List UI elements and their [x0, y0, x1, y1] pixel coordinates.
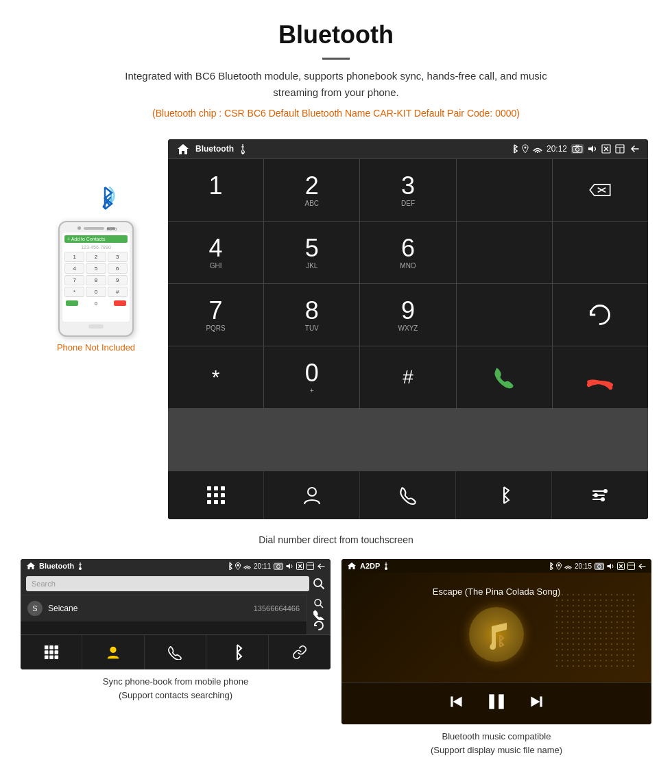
ms-back-icon — [638, 562, 646, 570]
svg-marker-80 — [531, 696, 540, 706]
pb-status-right: 20:11 — [227, 562, 325, 570]
dial-key-star[interactable]: * — [168, 346, 263, 408]
dial-key-7[interactable]: 7 PQRS — [168, 284, 263, 346]
pb-contact-area: S Seicane 13566664466 — [21, 595, 331, 634]
dial-key-1[interactable]: 1 x — [168, 159, 263, 221]
ms-next-btn[interactable] — [527, 693, 545, 715]
dial-nav-contacts[interactable] — [264, 471, 360, 519]
back-icon[interactable] — [629, 144, 640, 154]
pb-nav-bt[interactable] — [206, 635, 268, 669]
phone-key-5[interactable]: 5 — [86, 263, 106, 274]
dial-key-0[interactable]: 0 + — [264, 346, 359, 408]
svg-rect-19 — [214, 486, 218, 490]
phone-key-star[interactable]: * — [64, 287, 84, 297]
dial-key-5[interactable]: 5 JKL — [264, 222, 359, 283]
ms-caption: Bluetooth music compatible (Support disp… — [431, 730, 562, 757]
dial-nav-keypad[interactable] — [168, 471, 264, 519]
home-icon[interactable] — [176, 143, 190, 155]
ms-album-area — [469, 607, 524, 669]
svg-rect-18 — [207, 486, 211, 490]
dial-key-9[interactable]: 9 WXYZ — [360, 284, 455, 346]
phone-key-9[interactable]: 9 — [108, 275, 128, 285]
pb-app-name: Bluetooth — [39, 562, 74, 570]
dial-key-3[interactable]: 3 DEF — [360, 159, 455, 221]
phone-key-2[interactable]: 2 — [86, 252, 106, 262]
dial-screen: Bluetooth — [168, 139, 648, 519]
dial-hangup-btn[interactable] — [553, 346, 648, 408]
svg-rect-53 — [49, 650, 53, 654]
svg-point-5 — [524, 147, 526, 149]
svg-rect-23 — [221, 493, 225, 497]
dial-key-6[interactable]: 6 MNO — [360, 222, 455, 283]
pb-nav-contacts[interactable] — [82, 635, 144, 669]
dial-key-8[interactable]: 8 TUV — [264, 284, 359, 346]
svg-rect-57 — [54, 656, 58, 660]
ms-playpause-btn[interactable] — [486, 691, 507, 716]
svg-rect-20 — [221, 486, 225, 490]
pb-nav-link[interactable] — [269, 635, 331, 669]
phone-speaker — [84, 227, 104, 230]
phone-key-3[interactable]: 3 — [108, 252, 128, 262]
phone-key-0[interactable]: 0 — [86, 287, 106, 297]
dial-key-4[interactable]: 4 GHI — [168, 222, 263, 283]
pb-search-bar: Search — [21, 573, 331, 595]
svg-point-66 — [598, 565, 601, 568]
phone-key-4[interactable]: 4 — [64, 263, 84, 274]
pb-caption-line2: (Support contacts searching) — [119, 690, 232, 700]
dial-key-hash[interactable]: # — [360, 346, 455, 408]
svg-point-64 — [568, 569, 569, 569]
pb-side-search-icon[interactable] — [313, 598, 324, 609]
description: Integrated with BC6 Bluetooth module, su… — [103, 68, 569, 101]
pb-contact-row-1[interactable]: S Seicane 13566664466 — [21, 595, 307, 621]
pb-nav-phone[interactable] — [145, 635, 206, 669]
svg-rect-71 — [628, 562, 635, 569]
ms-prev-btn[interactable] — [448, 693, 466, 715]
dial-nav-settings[interactable] — [552, 471, 648, 519]
page-title: Bluetooth — [14, 21, 658, 49]
dial-empty-r2c4 — [457, 222, 552, 283]
dial-nav-phone[interactable] — [360, 471, 456, 519]
phone-key-hash[interactable]: # — [108, 287, 128, 297]
pb-contact-list: S Seicane 13566664466 — [21, 595, 307, 634]
phone-end-btn[interactable] — [114, 300, 126, 306]
dial-nav-bluetooth[interactable] — [456, 471, 552, 519]
pb-caption-line1: Sync phone-book from mobile phone — [103, 676, 248, 687]
phone-key-6[interactable]: 6 — [108, 263, 128, 274]
pb-time: 20:11 — [254, 562, 271, 570]
search-icon[interactable] — [313, 578, 325, 590]
svg-rect-51 — [54, 645, 58, 650]
svg-point-30 — [595, 494, 597, 497]
svg-marker-67 — [608, 563, 612, 569]
close-box-icon[interactable] — [601, 144, 611, 154]
phone-key-8[interactable]: 8 — [86, 275, 106, 285]
svg-point-63 — [558, 564, 560, 565]
pb-side-refresh-icon[interactable] — [313, 620, 324, 631]
add-contacts-label: + Add to Contacts — [67, 237, 105, 241]
svg-marker-9 — [588, 145, 593, 152]
svg-line-46 — [321, 586, 324, 589]
volume-icon[interactable] — [588, 144, 597, 154]
page-header: Bluetooth Integrated with BC6 Bluetooth … — [0, 0, 672, 139]
window-icon[interactable] — [615, 144, 625, 154]
ms-usb-icon — [383, 562, 389, 570]
ms-dots-pattern — [555, 593, 638, 669]
main-content: ✗ MOTO + Add to Contacts — [0, 139, 672, 770]
dial-refresh-btn[interactable] — [553, 284, 648, 346]
ms-vol-icon — [607, 562, 614, 570]
dial-call-btn[interactable] — [457, 346, 552, 408]
phone-key-7[interactable]: 7 — [64, 275, 84, 285]
phone-call-btn[interactable] — [66, 300, 78, 306]
phone-key-1[interactable]: 1 — [64, 252, 84, 262]
pb-nav-keypad[interactable] — [21, 635, 82, 669]
phone-home-btn[interactable] — [88, 324, 104, 329]
ms-music-note-icon — [479, 616, 514, 654]
location-icon — [522, 144, 529, 154]
camera-icon[interactable] — [571, 144, 584, 154]
dial-key-2[interactable]: 2 ABC — [264, 159, 359, 221]
pb-search-input-box[interactable]: Search — [26, 576, 309, 591]
pb-side-call-icon[interactable] — [313, 609, 324, 620]
dial-backspace-btn[interactable] — [553, 159, 648, 221]
ms-home-icon — [347, 562, 357, 570]
svg-point-61 — [385, 567, 387, 570]
svg-rect-56 — [49, 656, 53, 660]
